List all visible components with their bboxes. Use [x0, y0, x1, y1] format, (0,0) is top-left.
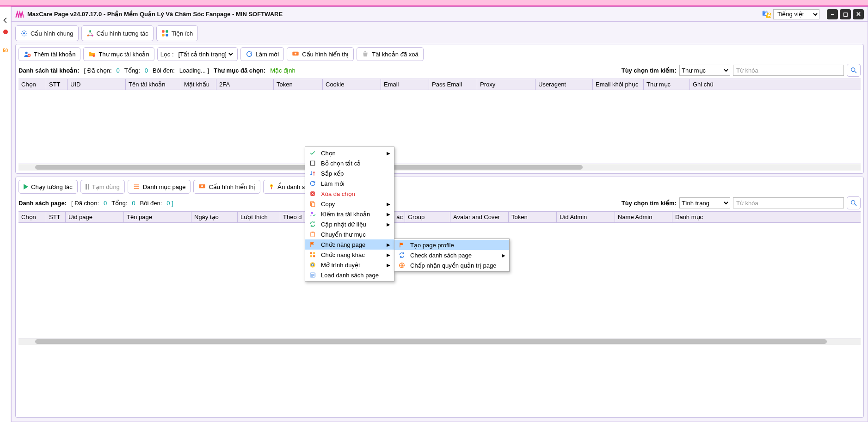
col-useragent[interactable]: Useragent: [536, 79, 593, 90]
selected-count: 0: [104, 200, 107, 207]
col-chon[interactable]: Chọn: [18, 212, 46, 222]
col-2fa[interactable]: 2FA: [216, 79, 274, 90]
col-ten-tk[interactable]: Tên tài khoản: [126, 79, 181, 90]
play-icon: [24, 184, 28, 190]
filter-select[interactable]: [Tất cả tình trạng]: [177, 50, 234, 58]
col-luotthich[interactable]: Lượt thích: [238, 212, 280, 222]
ctx-copy[interactable]: Copy▶: [305, 199, 394, 209]
col-avatar[interactable]: Avatar and Cover: [450, 212, 509, 222]
button-label: Làm mới: [256, 51, 279, 58]
run-interaction-button[interactable]: Chạy tương tác: [18, 180, 78, 194]
pages-grid-header: Chọn STT Uid page Tên page Ngày tạo Lượt…: [18, 211, 861, 223]
search-field-select[interactable]: Tình trạng: [679, 197, 730, 208]
col-nameadmin[interactable]: Name Admin: [615, 212, 672, 222]
ctx-chuc-nang-page[interactable]: Chức năng page▶ Tạo page profile Check d…: [305, 239, 394, 250]
maximize-button[interactable]: ◻: [840, 9, 851, 19]
ctx-bo-chon[interactable]: Bỏ chọn tất cả: [305, 158, 394, 168]
ctx-kiem-tra[interactable]: Kiểm tra tài khoản▶: [305, 209, 394, 219]
accounts-toolbar: Thêm tài khoản Thư mục tài khoản Lọc : […: [18, 47, 861, 61]
search-field-select[interactable]: Thư mục: [679, 65, 730, 76]
col-thumuc[interactable]: Thư mục: [644, 79, 690, 90]
close-button[interactable]: ✕: [853, 9, 864, 19]
col-uid[interactable]: UID: [68, 79, 126, 90]
col-passemail[interactable]: Pass Email: [429, 79, 477, 90]
display-config-button[interactable]: Cấu hình hiển thị: [287, 47, 354, 61]
col-theodoi[interactable]: Theo d: [280, 212, 303, 222]
check-icon: [309, 149, 316, 157]
pages-panel: Chạy tương tác Tạm dừng Danh mục page Cấ…: [15, 177, 864, 418]
chevron-right-icon: ▶: [387, 222, 390, 227]
display-icon: [292, 50, 299, 58]
ctx-chuyen-thu-muc[interactable]: Chuyển thư mục: [305, 229, 394, 239]
col-matkhau[interactable]: Mật khẩu: [181, 79, 216, 90]
back-icon[interactable]: [0, 15, 11, 26]
display-icon: [198, 183, 206, 190]
user-check-icon: [309, 210, 316, 218]
page-display-config-button[interactable]: Cấu hình hiển thị: [193, 180, 260, 194]
col-emailkp[interactable]: Email khôi phục: [593, 79, 644, 90]
col-stt[interactable]: STT: [46, 212, 66, 222]
add-account-button[interactable]: Thêm tài khoản: [18, 47, 80, 61]
col-group[interactable]: Group: [405, 212, 450, 222]
account-folder-button[interactable]: Thư mục tài khoản: [83, 47, 154, 61]
language-selector[interactable]: 文A Tiếng việt: [762, 9, 819, 19]
title-bar: MaxCare Page v24.07.17.0 - Phần Mềm Quản…: [12, 7, 868, 22]
tab-cau-hinh-chung[interactable]: Cấu hình chung: [15, 25, 79, 41]
ctx-chon[interactable]: Chọn▶: [305, 148, 394, 158]
status-filter[interactable]: Lọc : [Tất cả tình trạng]: [157, 47, 238, 61]
refresh-button[interactable]: Làm mới: [240, 47, 284, 61]
delete-icon: [309, 190, 316, 197]
scrollbar-thumb[interactable]: [35, 339, 827, 344]
context-menu: Chọn▶ Bỏ chọn tất cả Sắp xếp Làm mới Xóa…: [305, 147, 394, 281]
search-button[interactable]: [847, 196, 861, 209]
minimize-button[interactable]: –: [827, 9, 838, 19]
col-ghichu[interactable]: Ghi chú: [690, 79, 861, 90]
square-icon: [309, 159, 316, 167]
total-count: 0: [132, 200, 135, 207]
svg-rect-30: [312, 232, 314, 232]
deleted-accounts-button[interactable]: Tài khoản đã xoá: [357, 47, 424, 61]
col-tenpage[interactable]: Tên page: [124, 212, 191, 222]
pages-toolbar: Chạy tương tác Tạm dừng Danh mục page Cấ…: [18, 180, 861, 194]
search-input[interactable]: [733, 65, 844, 76]
page-category-button[interactable]: Danh mục page: [128, 180, 191, 194]
copy-icon: [309, 200, 316, 208]
ctx-mo-trinh-duyet[interactable]: Mở trình duyệt▶: [305, 260, 394, 270]
ctx-lam-moi[interactable]: Làm mới: [305, 178, 394, 189]
col-token[interactable]: Token: [509, 212, 557, 222]
col-token[interactable]: Token: [274, 79, 323, 90]
col-ngaytao[interactable]: Ngày tạo: [191, 212, 238, 222]
sub-tao-page-profile[interactable]: Tạo page profile: [394, 240, 509, 250]
translate-icon: 文A: [762, 10, 771, 19]
ctx-chuc-nang-khac[interactable]: Chức năng khác▶: [305, 250, 394, 260]
chevron-right-icon: ▶: [387, 202, 390, 207]
tab-tien-ich[interactable]: Tiện ích: [156, 25, 198, 41]
language-select[interactable]: Tiếng việt: [773, 9, 819, 19]
col-stt[interactable]: STT: [46, 79, 68, 90]
svg-point-28: [311, 212, 314, 214]
accounts-grid-header: Chọn STT UID Tên tài khoản Mật khẩu 2FA …: [18, 79, 861, 90]
sub-accept-admin[interactable]: Chấp nhận quyền quản trị page: [394, 260, 509, 270]
content-area: Cấu hình chung Cấu hình tương tác Tiện í…: [12, 22, 868, 422]
col-uidpage[interactable]: Uid page: [66, 212, 124, 222]
col-proxy[interactable]: Proxy: [477, 79, 536, 90]
search-button[interactable]: [847, 64, 861, 77]
ctx-xoa[interactable]: Xóa đã chọn: [305, 189, 394, 199]
ctx-load-page-list[interactable]: Load danh sách page: [305, 270, 394, 280]
accounts-hscrollbar[interactable]: [18, 164, 861, 171]
sub-check-page-list[interactable]: Check danh sách page▶: [394, 250, 509, 260]
pause-button[interactable]: Tạm dừng: [80, 180, 125, 194]
tab-cau-hinh-tuong-tac[interactable]: Cấu hình tương tác: [81, 25, 154, 41]
accounts-grid-body[interactable]: [18, 90, 861, 164]
pages-hscrollbar[interactable]: [18, 338, 861, 345]
svg-rect-11: [166, 34, 168, 36]
col-cookie[interactable]: Cookie: [323, 79, 381, 90]
col-chon[interactable]: Chọn: [18, 79, 46, 90]
search-input[interactable]: [733, 197, 844, 208]
col-email[interactable]: Email: [381, 79, 429, 90]
col-danhmuc[interactable]: Danh mục: [672, 212, 861, 222]
ctx-sap-xep[interactable]: Sắp xếp: [305, 168, 394, 178]
ctx-cap-nhat[interactable]: Cập nhật dữ liệu▶: [305, 219, 394, 229]
col-uidadmin[interactable]: Uid Admin: [557, 212, 615, 222]
svg-rect-8: [162, 30, 164, 32]
